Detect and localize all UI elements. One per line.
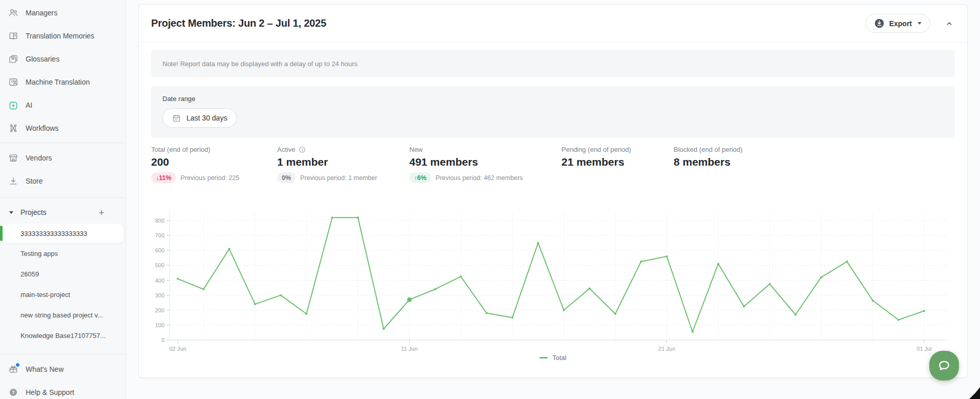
legend-line-swatch [539, 357, 548, 358]
project-label: 333333333333333333 [20, 230, 87, 237]
sidebar-item-label: Managers [26, 9, 57, 17]
sidebar-item-translation-memories[interactable]: Translation Memories [0, 24, 126, 47]
chat-launcher-button[interactable] [929, 351, 959, 381]
previous-period-text: Previous period: 1 member [300, 174, 377, 182]
glossaries-icon [8, 54, 18, 64]
members-line-chart[interactable]: 010020030040050060070080002 Jun11 Jun21 … [151, 203, 955, 354]
sidebar-item-label: Help & Support [26, 388, 74, 396]
svg-text:?: ? [12, 390, 15, 395]
sidebar-project-item[interactable]: new string based project v... [0, 305, 126, 325]
svg-text:02 Jun: 02 Jun [169, 346, 186, 352]
svg-text:100: 100 [155, 322, 164, 328]
svg-text:600: 600 [155, 247, 164, 253]
sidebar-project-item[interactable]: main-test-project [0, 284, 126, 305]
line-chart-svg[interactable]: 010020030040050060070080002 Jun11 Jun21 … [151, 203, 956, 354]
sidebar-item-workflows[interactable]: Workflows [0, 116, 126, 139]
previous-period-text: Previous period: 225 [181, 174, 240, 182]
sidebar-item-machine-translation[interactable]: G Machine Translation [0, 70, 126, 93]
store-icon [8, 176, 18, 186]
svg-text:300: 300 [155, 292, 164, 298]
sidebar-item-label: Workflows [26, 124, 58, 132]
svg-text:800: 800 [155, 217, 164, 224]
sidebar-item-label: Vendors [26, 154, 52, 162]
sidebar-item-managers[interactable]: Managers [0, 1, 126, 24]
svg-text:400: 400 [155, 277, 164, 284]
stat-active: Active 1 member 0% Previous period: 1 me… [277, 146, 377, 183]
chevron-down-icon[interactable] [9, 211, 13, 214]
stat-value: 8 members [674, 156, 742, 168]
sidebar-project-item[interactable]: 26059 [0, 264, 126, 284]
stat-label: Total (end of period) [151, 146, 211, 153]
sidebar-item-glossaries[interactable]: Glossaries [0, 47, 126, 70]
export-download-icon [874, 18, 885, 29]
note-text: Note! Report data may be displayed with … [162, 60, 358, 68]
stat-label: New [409, 146, 423, 153]
info-icon[interactable] [299, 146, 306, 153]
sidebar-divider [0, 354, 126, 354]
whats-new-icon [8, 364, 18, 374]
trend-badge-neutral: 0% [277, 172, 296, 183]
stat-value: 491 members [409, 156, 523, 168]
stat-label: Pending (end of period) [561, 146, 631, 153]
stat-blocked: Blocked (end of period) 8 members [674, 146, 742, 168]
managers-icon [8, 8, 18, 18]
svg-text:21 Jun: 21 Jun [658, 346, 675, 352]
sidebar-item-label: AI [26, 101, 32, 109]
sidebar-divider [0, 197, 126, 198]
sidebar-project-item[interactable]: Knowledge Base17107757... [0, 325, 126, 346]
sidebar-item-store[interactable]: Store [0, 169, 126, 192]
svg-text:01 Jul: 01 Jul [916, 346, 931, 352]
date-range-label: Date range [162, 95, 944, 103]
sidebar-project-item-selected[interactable]: 333333333333333333 [0, 224, 123, 243]
stat-value: 1 member [277, 156, 377, 168]
sidebar-item-ai[interactable]: AI [0, 93, 126, 116]
svg-text:700: 700 [155, 232, 164, 238]
svg-text:500: 500 [155, 262, 164, 268]
project-label: Testing apps [20, 250, 58, 257]
stat-total: Total (end of period) 200 ↓11% Previous … [151, 146, 239, 183]
ai-icon [8, 100, 18, 110]
svg-text:G: G [11, 79, 14, 84]
notification-dot [16, 363, 19, 367]
stat-value: 21 members [561, 156, 631, 168]
sidebar-item-label: Store [26, 177, 43, 185]
trend-badge-positive: ↑6% [409, 172, 431, 183]
delay-note-banner: Note! Report data may be displayed with … [151, 50, 955, 77]
svg-text:0: 0 [161, 337, 164, 343]
stat-value: 200 [151, 156, 239, 168]
projects-header-label: Projects [20, 208, 47, 216]
export-button[interactable]: Export [865, 14, 930, 33]
sidebar-item-whats-new[interactable]: What's New [0, 357, 126, 381]
project-label: 26059 [20, 270, 39, 278]
sidebar-item-label: Machine Translation [26, 78, 90, 86]
report-card: Project Members: Jun 2 – Jul 1, 2025 Exp… [138, 4, 968, 378]
sidebar: Managers Translation Memories Glossaries… [0, 0, 126, 399]
help-icon: ? [8, 387, 18, 397]
workflows-icon [8, 123, 18, 133]
stats-row: Total (end of period) 200 ↓11% Previous … [151, 146, 955, 190]
sidebar-item-label: Translation Memories [26, 32, 94, 40]
svg-text:200: 200 [155, 307, 164, 313]
calendar-icon [172, 114, 181, 123]
sidebar-project-item[interactable]: Testing apps [0, 243, 126, 264]
sidebar-item-vendors[interactable]: Vendors [0, 146, 126, 169]
date-range-value: Last 30 days [186, 114, 227, 122]
chat-bubble-icon [937, 358, 951, 373]
machine-translation-icon: G [8, 77, 18, 87]
legend-label: Total [552, 354, 566, 362]
add-project-button[interactable]: + [96, 207, 107, 218]
stat-pending: Pending (end of period) 21 members [561, 146, 631, 168]
chevron-down-icon [918, 22, 922, 25]
date-range-button[interactable]: Last 30 days [162, 108, 237, 128]
sidebar-item-label: Glossaries [26, 55, 59, 63]
trend-badge-negative: ↓11% [151, 172, 176, 183]
collapse-report-button[interactable] [944, 18, 955, 29]
chart-legend-total[interactable]: Total [139, 354, 967, 362]
project-label: Knowledge Base17107757... [20, 332, 106, 340]
translation-memories-icon [8, 31, 18, 41]
projects-section-header: Projects + [0, 201, 126, 224]
sidebar-item-label: What's New [26, 365, 64, 373]
project-label: new string based project v... [20, 311, 103, 319]
svg-text:11 Jun: 11 Jun [401, 346, 418, 352]
sidebar-item-help-support[interactable]: ? Help & Support [0, 381, 126, 399]
